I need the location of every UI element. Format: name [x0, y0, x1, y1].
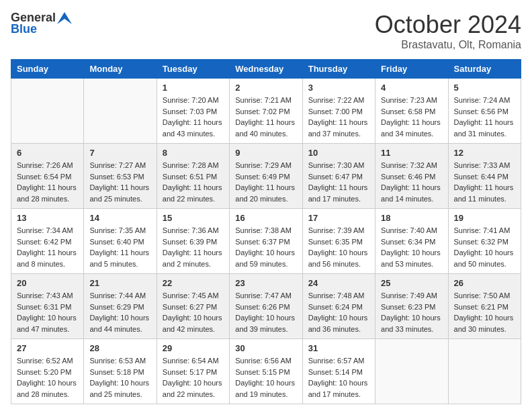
calendar-cell: 11Sunrise: 7:32 AMSunset: 6:46 PMDayligh… [375, 144, 448, 209]
calendar-location: Brastavatu, Olt, Romania [375, 39, 521, 51]
day-info: Sunrise: 6:57 AMSunset: 5:14 PMDaylight:… [308, 355, 369, 400]
calendar-cell: 5Sunrise: 7:24 AMSunset: 6:56 PMDaylight… [448, 79, 521, 144]
calendar-cell: 30Sunrise: 6:56 AMSunset: 5:15 PMDayligh… [230, 339, 302, 404]
day-number: 3 [308, 83, 369, 93]
day-number: 21 [89, 278, 150, 288]
calendar-week-row: 20Sunrise: 7:43 AMSunset: 6:31 PMDayligh… [11, 274, 521, 339]
day-info: Sunrise: 7:26 AMSunset: 6:54 PMDaylight:… [17, 160, 78, 204]
day-header-wednesday: Wednesday [230, 60, 302, 79]
calendar-cell: 22Sunrise: 7:45 AMSunset: 6:27 PMDayligh… [157, 274, 229, 339]
day-info: Sunrise: 7:43 AMSunset: 6:31 PMDaylight:… [17, 290, 78, 334]
calendar-cell: 23Sunrise: 7:47 AMSunset: 6:26 PMDayligh… [230, 274, 302, 339]
day-number: 25 [381, 278, 442, 288]
day-number: 24 [308, 278, 369, 288]
day-number: 31 [308, 343, 369, 353]
day-info: Sunrise: 7:50 AMSunset: 6:21 PMDaylight:… [454, 290, 515, 334]
logo: General Blue [11, 11, 72, 36]
day-number: 18 [381, 213, 442, 223]
day-number: 1 [163, 83, 224, 93]
calendar-cell: 26Sunrise: 7:50 AMSunset: 6:21 PMDayligh… [448, 274, 521, 339]
logo-blue-text: Blue [11, 22, 37, 36]
day-info: Sunrise: 7:32 AMSunset: 6:46 PMDaylight:… [381, 160, 442, 204]
day-number: 6 [17, 148, 78, 158]
calendar-cell: 20Sunrise: 7:43 AMSunset: 6:31 PMDayligh… [11, 274, 84, 339]
calendar-cell: 4Sunrise: 7:23 AMSunset: 6:58 PMDaylight… [375, 79, 448, 144]
day-info: Sunrise: 7:21 AMSunset: 7:02 PMDaylight:… [235, 95, 296, 139]
calendar-cell [375, 339, 448, 404]
calendar-cell: 21Sunrise: 7:44 AMSunset: 6:29 PMDayligh… [84, 274, 157, 339]
day-number: 5 [454, 83, 515, 93]
calendar-cell: 16Sunrise: 7:38 AMSunset: 6:37 PMDayligh… [230, 209, 302, 274]
day-info: Sunrise: 6:54 AMSunset: 5:17 PMDaylight:… [163, 355, 224, 400]
calendar-cell: 10Sunrise: 7:30 AMSunset: 6:47 PMDayligh… [302, 144, 375, 209]
day-header-sunday: Sunday [11, 60, 84, 79]
title-block: October 2024 Brastavatu, Olt, Romania [375, 11, 521, 51]
day-info: Sunrise: 7:49 AMSunset: 6:23 PMDaylight:… [381, 290, 442, 334]
calendar-cell: 8Sunrise: 7:28 AMSunset: 6:51 PMDaylight… [157, 144, 229, 209]
day-number: 7 [89, 148, 150, 158]
day-number: 11 [381, 148, 442, 158]
day-number: 27 [17, 343, 78, 353]
day-number: 10 [308, 148, 369, 158]
day-header-tuesday: Tuesday [157, 60, 229, 79]
calendar-cell: 1Sunrise: 7:20 AMSunset: 7:03 PMDaylight… [157, 79, 229, 144]
day-number: 26 [454, 278, 515, 288]
calendar-cell: 12Sunrise: 7:33 AMSunset: 6:44 PMDayligh… [448, 144, 521, 209]
calendar-week-row: 6Sunrise: 7:26 AMSunset: 6:54 PMDaylight… [11, 144, 521, 209]
day-number: 16 [235, 213, 296, 223]
calendar-cell: 27Sunrise: 6:52 AMSunset: 5:20 PMDayligh… [11, 339, 84, 404]
calendar-cell: 19Sunrise: 7:41 AMSunset: 6:32 PMDayligh… [448, 209, 521, 274]
day-header-thursday: Thursday [302, 60, 375, 79]
calendar-header-row: SundayMondayTuesdayWednesdayThursdayFrid… [11, 60, 521, 79]
calendar-cell: 6Sunrise: 7:26 AMSunset: 6:54 PMDaylight… [11, 144, 84, 209]
day-info: Sunrise: 7:20 AMSunset: 7:03 PMDaylight:… [163, 95, 224, 139]
day-info: Sunrise: 7:40 AMSunset: 6:34 PMDaylight:… [381, 225, 442, 269]
calendar-cell: 25Sunrise: 7:49 AMSunset: 6:23 PMDayligh… [375, 274, 448, 339]
day-info: Sunrise: 7:29 AMSunset: 6:49 PMDaylight:… [235, 160, 296, 204]
day-number: 17 [308, 213, 369, 223]
day-info: Sunrise: 7:23 AMSunset: 6:58 PMDaylight:… [381, 95, 442, 139]
day-info: Sunrise: 7:48 AMSunset: 6:24 PMDaylight:… [308, 290, 369, 334]
day-info: Sunrise: 7:24 AMSunset: 6:56 PMDaylight:… [454, 95, 515, 139]
day-info: Sunrise: 7:34 AMSunset: 6:42 PMDaylight:… [17, 225, 78, 269]
day-number: 4 [381, 83, 442, 93]
calendar-cell: 31Sunrise: 6:57 AMSunset: 5:14 PMDayligh… [302, 339, 375, 404]
day-number: 14 [89, 213, 150, 223]
calendar-cell: 18Sunrise: 7:40 AMSunset: 6:34 PMDayligh… [375, 209, 448, 274]
calendar-cell: 15Sunrise: 7:36 AMSunset: 6:39 PMDayligh… [157, 209, 229, 274]
calendar-cell: 3Sunrise: 7:22 AMSunset: 7:00 PMDaylight… [302, 79, 375, 144]
day-header-monday: Monday [84, 60, 157, 79]
calendar-week-row: 27Sunrise: 6:52 AMSunset: 5:20 PMDayligh… [11, 339, 521, 404]
day-info: Sunrise: 7:38 AMSunset: 6:37 PMDaylight:… [235, 225, 296, 269]
day-info: Sunrise: 7:45 AMSunset: 6:27 PMDaylight:… [163, 290, 224, 334]
calendar-week-row: 1Sunrise: 7:20 AMSunset: 7:03 PMDaylight… [11, 79, 521, 144]
day-number: 8 [163, 148, 224, 158]
calendar-cell: 7Sunrise: 7:27 AMSunset: 6:53 PMDaylight… [84, 144, 157, 209]
day-number: 9 [235, 148, 296, 158]
calendar-cell: 17Sunrise: 7:39 AMSunset: 6:35 PMDayligh… [302, 209, 375, 274]
day-header-saturday: Saturday [448, 60, 521, 79]
day-number: 19 [454, 213, 515, 223]
day-number: 2 [235, 83, 296, 93]
day-info: Sunrise: 7:28 AMSunset: 6:51 PMDaylight:… [163, 160, 224, 204]
calendar-title: October 2024 [375, 11, 521, 39]
day-info: Sunrise: 7:44 AMSunset: 6:29 PMDaylight:… [89, 290, 150, 334]
calendar-cell [84, 79, 157, 144]
day-number: 28 [89, 343, 150, 353]
day-number: 13 [17, 213, 78, 223]
day-info: Sunrise: 7:47 AMSunset: 6:26 PMDaylight:… [235, 290, 296, 334]
calendar-cell: 14Sunrise: 7:35 AMSunset: 6:40 PMDayligh… [84, 209, 157, 274]
calendar-cell: 9Sunrise: 7:29 AMSunset: 6:49 PMDaylight… [230, 144, 302, 209]
logo-bird-icon [57, 12, 72, 24]
day-number: 12 [454, 148, 515, 158]
calendar-week-row: 13Sunrise: 7:34 AMSunset: 6:42 PMDayligh… [11, 209, 521, 274]
day-info: Sunrise: 7:22 AMSunset: 7:00 PMDaylight:… [308, 95, 369, 139]
calendar-cell: 2Sunrise: 7:21 AMSunset: 7:02 PMDaylight… [230, 79, 302, 144]
day-info: Sunrise: 7:39 AMSunset: 6:35 PMDaylight:… [308, 225, 369, 269]
day-number: 30 [235, 343, 296, 353]
day-info: Sunrise: 6:56 AMSunset: 5:15 PMDaylight:… [235, 355, 296, 400]
day-info: Sunrise: 7:30 AMSunset: 6:47 PMDaylight:… [308, 160, 369, 204]
day-number: 29 [163, 343, 224, 353]
svg-marker-0 [57, 12, 72, 24]
day-info: Sunrise: 7:35 AMSunset: 6:40 PMDaylight:… [89, 225, 150, 269]
